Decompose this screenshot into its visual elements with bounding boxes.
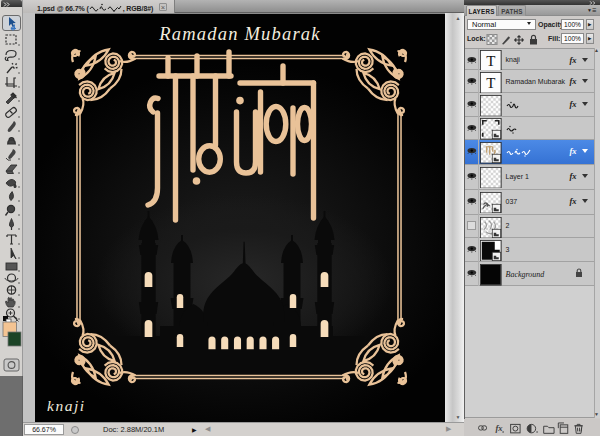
svg-text:fx: fx	[496, 423, 504, 433]
svg-text:T: T	[486, 75, 495, 91]
svg-text:T: T	[486, 53, 495, 69]
